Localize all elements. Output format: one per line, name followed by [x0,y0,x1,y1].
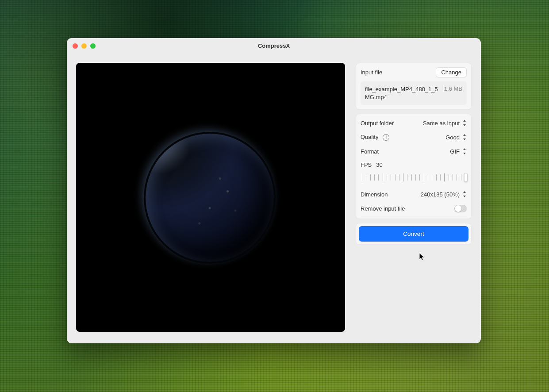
fps-value: 30 [376,161,382,168]
convert-button[interactable]: Convert [359,226,468,242]
dimension-label: Dimension [361,191,388,198]
updown-icon [462,120,467,126]
change-file-button[interactable]: Change [436,67,467,77]
preview-image-earth [146,134,274,262]
output-folder-select[interactable]: Same as input [423,120,467,127]
format-label: Format [361,148,379,155]
format-value: GIF [450,148,460,155]
settings-sidebar: Input file Change file_example_MP4_480_1… [356,63,472,334]
output-folder-value: Same as input [423,120,460,127]
close-window-button[interactable] [73,43,78,49]
maximize-window-button[interactable] [90,43,96,49]
fps-slider[interactable] [361,173,467,182]
input-file-name: file_example_MP4_480_1_5MG.mp4 [365,85,440,101]
convert-panel: Convert [356,223,472,245]
dimension-select[interactable]: 240x135 (50%) [421,191,467,198]
window-content: Input file Change file_example_MP4_480_1… [67,54,481,343]
quality-value: Good [445,134,460,141]
format-select[interactable]: GIF [450,148,467,155]
slider-ticks [362,174,465,181]
fps-label: FPS [361,161,372,168]
quality-label: Quality i [361,134,389,141]
input-file-size: 1,6 MB [444,85,462,92]
toggle-knob [455,205,461,212]
updown-icon [462,148,467,154]
video-preview[interactable] [76,63,345,332]
slider-thumb[interactable] [464,173,468,182]
app-window: CompressX Input file Change file_example… [67,38,481,343]
titlebar: CompressX [67,38,481,54]
info-icon[interactable]: i [383,134,389,141]
quality-select[interactable]: Good [445,134,467,141]
input-file-panel: Input file Change file_example_MP4_480_1… [356,63,472,110]
dimension-value: 240x135 (50%) [421,191,460,198]
remove-input-toggle[interactable] [454,205,467,212]
updown-icon [462,134,467,140]
window-title: CompressX [67,42,481,49]
encoding-settings-panel: Output folder Same as input Quality i Go… [356,114,472,219]
remove-input-label: Remove input file [361,205,405,212]
window-controls [73,43,96,49]
output-folder-label: Output folder [361,120,394,127]
input-file-info: file_example_MP4_480_1_5MG.mp4 1,6 MB [361,81,467,105]
input-file-label: Input file [361,69,382,76]
minimize-window-button[interactable] [81,43,87,49]
updown-icon [462,191,467,197]
